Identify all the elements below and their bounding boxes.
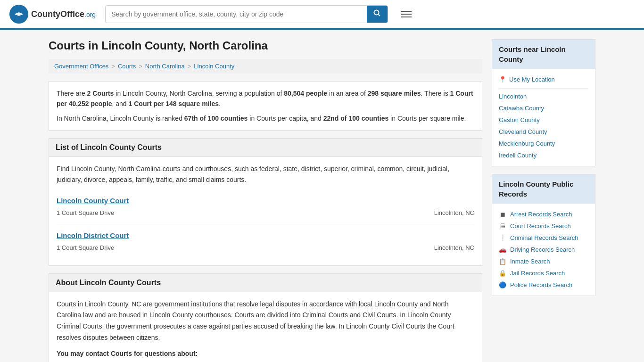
list-section-body: Find Lincoln County, North Carolina cour… xyxy=(49,157,482,265)
near-link-3[interactable]: Cleveland County xyxy=(499,126,588,138)
logo-text: CountyOffice.org xyxy=(31,9,96,19)
pr-label-0: Arrest Records Search xyxy=(510,211,572,218)
breadcrumb-link-gov[interactable]: Government Offices xyxy=(54,63,108,70)
courts-near-header: Courts near Lincoln County xyxy=(492,40,595,69)
near-label-4: Mecklenburg County xyxy=(499,140,555,147)
court-address-0: 1 Court Square Drive xyxy=(57,208,114,218)
pr-link-4[interactable]: 📋 Inmate Search xyxy=(499,255,588,267)
logo[interactable]: CountyOffice.org xyxy=(9,5,96,24)
breadcrumb-link-courts[interactable]: Courts xyxy=(118,63,136,70)
breadcrumb-link-lincoln[interactable]: Lincoln County xyxy=(194,63,234,70)
about-section-header: About Lincoln County Courts xyxy=(49,273,482,292)
public-records-header: Lincoln County Public Records xyxy=(492,174,595,204)
court-item-0: Lincoln County Court 1 Court Square Driv… xyxy=(57,189,474,224)
left-content: Courts in Lincoln County, North Carolina… xyxy=(49,39,482,362)
area: 298 square miles xyxy=(368,90,421,97)
breadcrumb: Government Offices > Courts > North Caro… xyxy=(49,59,482,74)
inmate-icon: 📋 xyxy=(499,258,506,265)
info-text-1: There are 2 Courts in Lincoln County, No… xyxy=(57,88,474,109)
page-title: Courts in Lincoln County, North Carolina xyxy=(49,39,482,52)
court-address-1: 1 Court Square Drive xyxy=(57,243,114,253)
breadcrumb-link-nc[interactable]: North Carolina xyxy=(145,63,185,70)
list-section: List of Lincoln County Courts Find Linco… xyxy=(49,138,482,265)
pr-link-0[interactable]: ◼ Arrest Records Search xyxy=(499,208,588,220)
use-location-link[interactable]: 📍 Use My Location xyxy=(499,74,588,85)
logo-icon xyxy=(9,5,28,24)
near-label-3: Cleveland County xyxy=(499,128,547,135)
court-city-0: Lincolnton, NC xyxy=(434,208,474,218)
pr-link-3[interactable]: 🚗 Driving Records Search xyxy=(499,244,588,255)
pr-label-3: Driving Records Search xyxy=(510,246,575,253)
list-description: Find Lincoln County, North Carolina cour… xyxy=(57,164,474,185)
header: CountyOffice.org xyxy=(0,0,644,30)
search-button[interactable] xyxy=(367,6,388,23)
pr-label-2: Criminal Records Search xyxy=(510,234,578,241)
pr-link-1[interactable]: 🏛 Court Records Search xyxy=(499,220,588,232)
about-section: About Lincoln County Courts Courts in Li… xyxy=(49,273,482,362)
rank-capita: 67th of 100 counties xyxy=(184,115,248,122)
driving-icon: 🚗 xyxy=(499,246,506,253)
pr-label-4: Inmate Search xyxy=(510,258,550,265)
divider xyxy=(499,88,588,89)
info-block: There are 2 Courts in Lincoln County, No… xyxy=(49,81,482,131)
contact-header: You may contact Courts for questions abo… xyxy=(57,348,474,360)
svg-line-3 xyxy=(379,15,380,16)
per-sq-mile: 1 Court per 148 square miles xyxy=(129,100,219,107)
info-text-2: In North Carolina, Lincoln County is ran… xyxy=(57,113,474,123)
near-label-1: Catawba County xyxy=(499,105,544,112)
public-records-body: ◼ Arrest Records Search 🏛 Court Records … xyxy=(492,204,595,296)
court-count: 2 Courts xyxy=(87,90,114,97)
pr-link-2[interactable]: ❕ Criminal Records Search xyxy=(499,232,588,244)
svg-point-1 xyxy=(18,13,20,15)
court-name-0[interactable]: Lincoln County Court xyxy=(57,195,474,206)
criminal-icon: ❕ xyxy=(499,234,506,241)
near-label-5: Iredell County xyxy=(499,152,537,159)
court-city-1: Lincolnton, NC xyxy=(434,243,474,253)
svg-point-2 xyxy=(374,10,379,15)
main-container: Courts in Lincoln County, North Carolina… xyxy=(39,30,605,362)
public-records-box: Lincoln County Public Records ◼ Arrest R… xyxy=(492,174,595,296)
courts-near-body: 📍 Use My Location Lincolnton Catawba Cou… xyxy=(492,69,595,166)
list-section-header: List of Lincoln County Courts xyxy=(49,138,482,157)
arrest-icon: ◼ xyxy=(499,211,506,218)
pr-link-6[interactable]: 🔵 Police Records Search xyxy=(499,279,588,291)
near-link-1[interactable]: Catawba County xyxy=(499,102,588,114)
about-text: Courts in Lincoln County, NC are governm… xyxy=(57,299,474,344)
search-bar xyxy=(105,5,388,23)
right-sidebar: Courts near Lincoln County 📍 Use My Loca… xyxy=(492,39,595,362)
pr-label-1: Court Records Search xyxy=(510,222,571,230)
menu-button[interactable] xyxy=(397,7,415,21)
population: 80,504 people xyxy=(284,90,327,97)
near-label-0: Lincolnton xyxy=(499,93,527,100)
pr-link-5[interactable]: 🔒 Jail Records Search xyxy=(499,267,588,279)
search-input[interactable] xyxy=(106,7,367,22)
rank-sq-mile: 22nd of 100 counties xyxy=(323,115,388,122)
courts-near-box: Courts near Lincoln County 📍 Use My Loca… xyxy=(492,39,595,166)
near-link-2[interactable]: Gaston County xyxy=(499,114,588,126)
pr-label-5: Jail Records Search xyxy=(510,270,565,277)
near-label-2: Gaston County xyxy=(499,116,540,123)
near-link-0[interactable]: Lincolnton xyxy=(499,90,588,102)
jail-icon: 🔒 xyxy=(499,270,506,277)
court-icon: 🏛 xyxy=(499,222,506,230)
police-icon: 🔵 xyxy=(499,281,506,288)
near-link-4[interactable]: Mecklenburg County xyxy=(499,138,588,149)
court-name-1[interactable]: Lincoln District Court xyxy=(57,230,474,241)
pr-label-6: Police Records Search xyxy=(510,281,572,288)
location-icon: 📍 xyxy=(499,76,506,83)
about-section-body: Courts in Lincoln County, NC are governm… xyxy=(49,292,482,362)
court-item-1: Lincoln District Court 1 Court Square Dr… xyxy=(57,224,474,259)
near-link-5[interactable]: Iredell County xyxy=(499,149,588,161)
